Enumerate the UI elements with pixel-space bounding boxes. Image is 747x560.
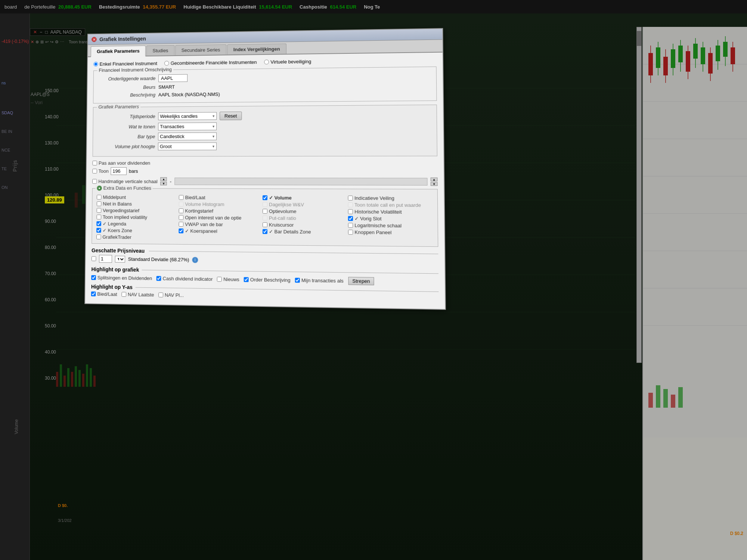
scale-spinners-right: ▲ ▼ bbox=[431, 178, 438, 186]
scale-checkbox-label[interactable]: Handmatige verticale schaal bbox=[92, 178, 158, 184]
niet-in-balans-cb[interactable]: Niet in Balans bbox=[97, 201, 177, 207]
tijdsperiode-row: Tijdsperiode Wekelijks candles Reset bbox=[97, 111, 432, 121]
radio-virtueel[interactable]: Virtuele beveiliging bbox=[264, 59, 311, 65]
scale-row: Handmatige verticale schaal ▲ ▼ - ▲ ▼ bbox=[92, 177, 438, 186]
wat-te-tonen-row: Wat te tonen Transacties bbox=[97, 121, 432, 131]
geschatte-checkbox-label[interactable] bbox=[92, 256, 96, 261]
onderliggende-label: Onderliggende waarde bbox=[98, 76, 155, 82]
scale-down-btn[interactable]: ▼ bbox=[160, 182, 167, 186]
scale-right-down-btn[interactable]: ▼ bbox=[431, 182, 438, 186]
dividenden-checkbox[interactable] bbox=[92, 161, 97, 165]
dividenden-checkbox-label[interactable]: Pas aan voor dividenden bbox=[92, 160, 150, 166]
bar-type-label: Bar type bbox=[97, 134, 155, 139]
dagelijkse-wv-cb[interactable]: Dagelijkse W&V bbox=[263, 202, 346, 208]
volume-plot-select[interactable]: Groot bbox=[158, 142, 217, 150]
vergoedingstarief-cb[interactable]: Vergoedingstarief bbox=[97, 208, 177, 214]
geschatte-section: Geschatte Prijsniveau ▼ Standaard Deviat… bbox=[92, 248, 438, 267]
wat-te-tonen-select-wrapper: Transacties bbox=[158, 122, 217, 130]
dividenden-row: Pas aan voor dividenden bbox=[92, 160, 437, 166]
scale-right-up-btn[interactable]: ▲ bbox=[431, 178, 438, 181]
highlight-y-section: Highlight op Y-as Bied/Laat NAV Laatste … bbox=[91, 284, 439, 302]
info-icon[interactable]: i bbox=[192, 257, 198, 263]
extra-section-label: ● Extra Data en Functies bbox=[95, 185, 152, 191]
beschrijving-label: Beschrijving bbox=[98, 92, 155, 98]
collapse-icon[interactable]: ● bbox=[97, 186, 102, 191]
optievolume-cb[interactable]: Optievolume bbox=[263, 208, 346, 214]
knoppen-paneel-cb[interactable]: Knoppen Paneel bbox=[348, 229, 433, 236]
grafiek-instellingen-dialog: ✕ Grafiek Instellingen Grafiek Parameter… bbox=[84, 28, 446, 310]
volume-plot-select-wrapper: Groot bbox=[158, 142, 217, 150]
kortingstarief-cb[interactable]: Kortingstarief bbox=[179, 208, 260, 214]
onderliggende-input[interactable] bbox=[158, 74, 187, 82]
indicatieve-veiling-cb[interactable]: Indicatieve Veiling bbox=[348, 195, 433, 201]
toon-bars-row: Toon bars bbox=[92, 167, 437, 175]
reset-button[interactable]: Reset bbox=[220, 112, 242, 120]
middelpunt-cb[interactable]: Middelpunt bbox=[97, 195, 177, 200]
extra-checkboxes: Middelpunt Bied/Laat ✓ Volume Indicatiev… bbox=[96, 195, 433, 243]
legenda-cb[interactable]: ✓ Legenda bbox=[96, 221, 176, 227]
toon-checkbox[interactable] bbox=[92, 169, 97, 174]
bar-type-select-wrapper: Candlestick bbox=[158, 133, 217, 140]
tab-index-vergelijkingen[interactable]: Index Vergelijkingen bbox=[227, 44, 286, 55]
bars-count-input[interactable] bbox=[111, 167, 127, 175]
bied-laat-cb[interactable]: Bied/Laat bbox=[179, 195, 260, 200]
bar-details-cb[interactable]: ✓ Bar Details Zone bbox=[263, 229, 346, 235]
log-schaal-cb[interactable]: Logaritmische schaal bbox=[348, 223, 433, 229]
geschatte-num-input[interactable] bbox=[99, 255, 112, 263]
grafiek-params-section: Grafiek Parameters Tijdsperiode Wekelijk… bbox=[93, 105, 437, 156]
scale-spinners: ▲ ▼ bbox=[160, 177, 167, 186]
volume-plot-row: Volume plot hoogte Groot bbox=[97, 142, 432, 150]
bar-type-select[interactable]: Candlestick bbox=[158, 133, 217, 140]
implied-vol-cb[interactable]: Toon implied volatility bbox=[96, 214, 176, 220]
nav-pl-cb[interactable]: NAV Pl... bbox=[158, 292, 184, 298]
financieel-section: Financieel Instrument Omschrijving Onder… bbox=[93, 66, 437, 103]
tijdsperiode-select[interactable]: Wekelijks candles bbox=[158, 112, 217, 120]
totale-call-put-cb[interactable]: Toon totale call en put waarde bbox=[348, 202, 433, 208]
vorig-slot-cb[interactable]: ✓ Vorig Slot bbox=[348, 216, 433, 222]
put-call-cb[interactable]: Put-call ratio bbox=[263, 215, 346, 221]
tab-grafiek-parameters[interactable]: Grafiek Parameters bbox=[91, 46, 146, 57]
volume-histogram-cb[interactable]: Volume Histogram bbox=[179, 201, 260, 207]
scale-checkbox[interactable] bbox=[92, 179, 97, 184]
cash-dividend-cb[interactable]: Cash dividend indicator bbox=[156, 276, 213, 282]
nieuws-cb[interactable]: Nieuws bbox=[217, 276, 239, 282]
beurs-label: Beurs bbox=[98, 84, 155, 90]
koerspaneel-cb[interactable]: ✓ Koerspaneel bbox=[179, 228, 260, 234]
bars-suffix: bars bbox=[129, 168, 138, 174]
tab-secundaire-series[interactable]: Secundaire Series bbox=[175, 44, 226, 55]
dialog-title: Grafiek Instellingen bbox=[99, 36, 146, 42]
geschatte-row: ▼ Standaard Deviatie (68.27%) i bbox=[92, 255, 438, 266]
volume-cb[interactable]: ✓ Volume bbox=[263, 195, 345, 201]
wat-te-tonen-label: Wat te tonen bbox=[97, 124, 155, 130]
geschatte-select[interactable]: ▼ bbox=[115, 256, 125, 262]
tijdsperiode-label: Tijdsperiode bbox=[97, 113, 155, 119]
nav-laatste-cb[interactable]: NAV Laatste bbox=[121, 292, 154, 298]
tab-studies[interactable]: Studies bbox=[146, 45, 174, 56]
vwap-cb[interactable]: VWAP van de bar bbox=[179, 221, 260, 227]
grafiek-trader-cb[interactable]: GrafiekTrader bbox=[96, 234, 176, 240]
scale-dash: - bbox=[170, 178, 171, 184]
highlight-grafiek-section: Highlight op grafiek Splitsingen en Divi… bbox=[91, 266, 438, 286]
mijn-transacties-cb[interactable]: Mijn transacties als bbox=[295, 277, 344, 284]
koers-zone-cb[interactable]: ✓ Koers Zone bbox=[96, 227, 176, 233]
extra-data-section: ● Extra Data en Functies Middelpunt Bied… bbox=[92, 188, 438, 247]
radio-enkel[interactable]: Enkel Financieel Instrument bbox=[93, 60, 157, 67]
radio-gecombineerd[interactable]: Gecombineerde Financiële Instrumenten bbox=[164, 59, 257, 66]
geschatte-label: Standaard Deviatie (68.27%) bbox=[128, 256, 189, 262]
kruiscursor-cb[interactable]: Kruiscursor bbox=[263, 222, 346, 228]
dialog-body: Enkel Financieel Instrument Gecombineerd… bbox=[85, 53, 445, 309]
scale-up-btn[interactable]: ▲ bbox=[160, 177, 167, 181]
order-beschrijving-cb[interactable]: Order Beschrijving bbox=[244, 277, 291, 283]
wat-te-tonen-select[interactable]: Transacties bbox=[158, 122, 217, 130]
dialog-close-button[interactable]: ✕ bbox=[92, 37, 96, 42]
bied-laat-y-cb[interactable]: Bied/Laat bbox=[91, 291, 117, 297]
financieel-section-label: Financieel Instrument Omschrijving bbox=[97, 67, 174, 73]
beschrijving-row: Beschrijving AAPL Stock (NASDAQ.NMS) bbox=[98, 90, 432, 98]
strepen-button[interactable]: Strepen bbox=[348, 277, 374, 285]
geschatte-checkbox[interactable] bbox=[92, 256, 96, 261]
open-interest-cb[interactable]: Open interest van de optie bbox=[179, 215, 260, 221]
bar-type-row: Bar type Candlestick bbox=[97, 131, 432, 140]
volume-plot-label: Volume plot hoogte bbox=[97, 144, 155, 149]
historische-vol-cb[interactable]: Historische Volatiliteit bbox=[348, 209, 433, 215]
splitsingen-cb[interactable]: Splitsingen en Dividenden bbox=[91, 275, 152, 281]
